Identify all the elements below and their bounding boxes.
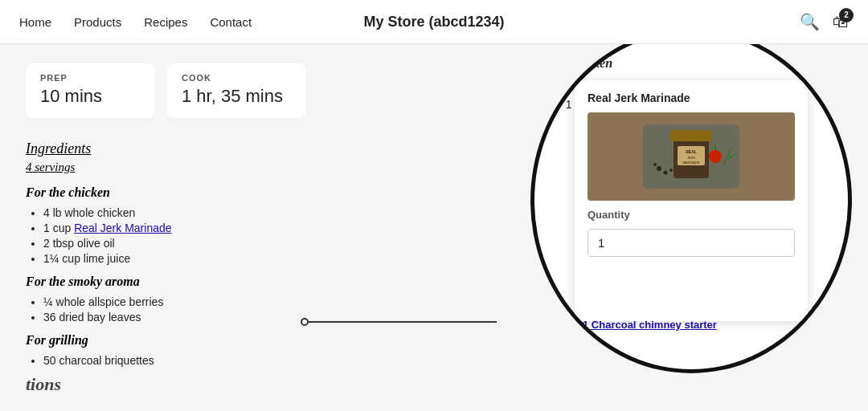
jerk-marinade-link[interactable]: Real Jerk Marinade [74, 222, 171, 234]
svg-rect-2 [670, 130, 712, 141]
nav-recipes[interactable]: Recipes [144, 15, 187, 29]
section-chicken-title: For the chicken [26, 185, 524, 200]
callout-line [304, 321, 497, 323]
bottom-tions-text: tions [26, 374, 61, 395]
list-item: ¼ whole allspice berries [43, 295, 524, 308]
navbar: Home Products Recipes Contact My Store (… [0, 0, 868, 44]
svg-point-12 [653, 163, 657, 166]
cook-card: COOK 1 hr, 35 mins [167, 63, 305, 118]
product-popup-card: Real Jerk Marinade REAL JERK MARINADE [575, 80, 808, 321]
circle-heading: le chicken [559, 56, 824, 71]
chicken-ingredient-list: 4 lb whole chicken 1 cup Real Jerk Marin… [26, 206, 524, 265]
section-grilling-title: For grilling [26, 333, 524, 348]
main-content: PREP 10 mins COOK 1 hr, 35 mins Ingredie… [0, 44, 868, 411]
section-smoky-title: For the smoky aroma [26, 275, 524, 289]
list-item: 2 tbsp olive oil [43, 237, 524, 250]
popup-product-name: Real Jerk Marinade [588, 92, 795, 104]
quantity-label: Quantity [588, 209, 795, 221]
product-image-svg: REAL JERK MARINADE [627, 112, 755, 201]
product-image: REAL JERK MARINADE [588, 112, 795, 201]
cart-badge: 2 [839, 8, 854, 22]
nav-home[interactable]: Home [19, 15, 51, 29]
svg-text:JERK: JERK [687, 156, 696, 160]
prep-card: PREP 10 mins [26, 63, 154, 118]
nav-links: Home Products Recipes Contact [19, 15, 252, 29]
search-button[interactable]: 🔍 [800, 12, 820, 31]
servings: 4 servings [26, 161, 524, 174]
list-item: 50 charcoal briquettes [43, 354, 524, 367]
list-item: 1 cup Real Jerk Marinade [43, 222, 524, 234]
ingredients-heading: Ingredients [26, 140, 524, 157]
store-title: My Store (abcd1234) [363, 14, 504, 31]
svg-point-10 [664, 171, 668, 175]
left-panel: PREP 10 mins COOK 1 hr, 35 mins Ingredie… [26, 63, 524, 392]
prep-label: PREP [40, 73, 132, 83]
svg-text:MARINADE: MARINADE [682, 161, 699, 165]
prep-value: 10 mins [40, 86, 132, 107]
callout-dot [301, 318, 309, 326]
list-item: 4 lb whole chicken [43, 206, 524, 219]
circle-overlay: le chicken • 4 lb whole chicken • 1 cup … [530, 44, 852, 373]
grilling-ingredient-list: 50 charcoal briquettes [26, 354, 524, 367]
svg-text:REAL: REAL [686, 149, 697, 154]
smoky-ingredient-list: ¼ whole allspice berries 36 dried bay le… [26, 295, 524, 324]
nav-actions: 🔍 🛍 2 [800, 12, 849, 31]
cook-value: 1 hr, 35 mins [182, 86, 283, 107]
cook-label: COOK [182, 73, 283, 83]
time-cards: PREP 10 mins COOK 1 hr, 35 mins [26, 63, 524, 118]
svg-point-11 [669, 169, 673, 172]
list-item: 1¼ cup lime juice [43, 252, 524, 265]
nav-contact[interactable]: Contact [210, 15, 252, 29]
svg-point-9 [657, 166, 661, 171]
charcoal-link[interactable]: 1 Charcoal chimney starter [583, 319, 717, 331]
svg-point-7 [709, 150, 722, 163]
quantity-input[interactable] [588, 229, 795, 257]
cart-button[interactable]: 🛍 2 [833, 13, 849, 31]
nav-products[interactable]: Products [74, 15, 121, 29]
ingredients-section: Ingredients 4 servings For the chicken 4… [26, 140, 524, 367]
